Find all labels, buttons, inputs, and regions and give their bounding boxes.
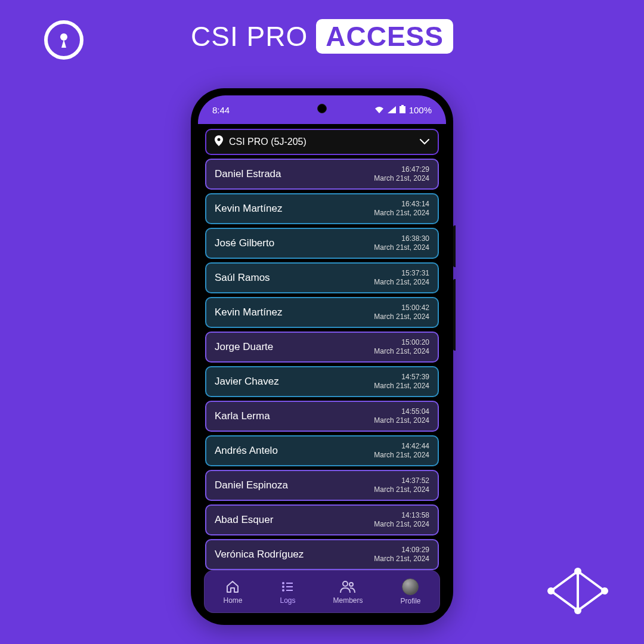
log-row[interactable]: Kevin Martínez15:00:42March 21st, 2024 <box>205 297 439 328</box>
people-icon <box>340 579 355 595</box>
nav-label: Logs <box>280 596 295 605</box>
nav-logs[interactable]: Logs <box>280 579 295 605</box>
log-date: March 21st, 2024 <box>374 174 429 183</box>
log-row[interactable]: Karla Lerma14:55:04March 21st, 2024 <box>205 401 439 432</box>
signal-icon <box>388 105 396 115</box>
battery-label: 100% <box>409 105 432 115</box>
log-time: 15:37:31 <box>374 269 429 278</box>
log-meta: 14:37:52March 21st, 2024 <box>374 476 429 494</box>
log-time: 16:47:29 <box>374 165 429 174</box>
log-row[interactable]: Verónica Rodríguez14:09:29March 21st, 20… <box>205 539 439 570</box>
log-name: Saúl Ramos <box>215 272 270 284</box>
nav-home[interactable]: Home <box>223 579 242 605</box>
log-row[interactable]: José Gilberto16:38:30March 21st, 2024 <box>205 228 439 259</box>
log-date: March 21st, 2024 <box>374 451 429 460</box>
pin-icon <box>215 135 223 148</box>
svg-rect-12 <box>286 586 293 587</box>
logs-list[interactable]: Daniel Estrada16:47:29March 21st, 2024Ke… <box>198 159 446 570</box>
code-logo-icon <box>545 564 611 620</box>
log-meta: 15:00:42March 21st, 2024 <box>374 304 429 321</box>
chevron-down-icon <box>420 137 429 147</box>
log-name: Abad Esquer <box>215 514 273 526</box>
log-date: March 21st, 2024 <box>374 555 429 564</box>
log-date: March 21st, 2024 <box>374 278 429 287</box>
log-name: Andrés Antelo <box>215 445 278 457</box>
header-title-b: ACCESS <box>316 19 453 54</box>
bottom-nav: HomeLogsMembersProfile <box>204 570 440 613</box>
log-meta: 14:57:39March 21st, 2024 <box>374 373 429 391</box>
svg-rect-7 <box>401 105 404 106</box>
log-row[interactable]: Daniel Estrada16:47:29March 21st, 2024 <box>205 159 439 190</box>
log-meta: 16:47:29March 21st, 2024 <box>374 165 429 183</box>
nav-label: Home <box>223 596 242 605</box>
log-meta: 14:55:04March 21st, 2024 <box>374 407 429 425</box>
log-name: Karla Lerma <box>215 410 270 422</box>
log-name: Daniel Espinoza <box>215 479 288 491</box>
log-date: March 21st, 2024 <box>374 382 429 391</box>
camera-hole <box>317 104 327 113</box>
log-meta: 14:13:58March 21st, 2024 <box>374 511 429 529</box>
log-row[interactable]: Jorge Duarte15:00:20March 21st, 2024 <box>205 332 439 363</box>
log-row[interactable]: Abad Esquer14:13:58March 21st, 2024 <box>205 504 439 535</box>
log-time: 14:13:58 <box>374 511 429 520</box>
log-time: 15:00:20 <box>374 338 429 347</box>
battery-icon <box>400 105 405 115</box>
log-meta: 15:37:31March 21st, 2024 <box>374 269 429 287</box>
log-row[interactable]: Kevin Martínez16:43:14March 21st, 2024 <box>205 193 439 224</box>
log-date: March 21st, 2024 <box>374 520 429 529</box>
svg-point-9 <box>282 586 284 588</box>
log-time: 14:09:29 <box>374 546 429 555</box>
log-name: Jorge Duarte <box>215 341 273 353</box>
log-meta: 16:38:30March 21st, 2024 <box>374 234 429 252</box>
phone-side-button <box>453 279 456 351</box>
log-date: March 21st, 2024 <box>374 243 429 252</box>
log-meta: 14:42:44March 21st, 2024 <box>374 442 429 460</box>
log-date: March 21st, 2024 <box>374 209 429 218</box>
phone-side-button <box>453 225 456 267</box>
log-time: 14:42:44 <box>374 442 429 451</box>
log-time: 14:37:52 <box>374 476 429 485</box>
log-name: Kevin Martínez <box>215 306 282 318</box>
svg-point-8 <box>282 582 284 584</box>
nav-label: Profile <box>400 597 420 605</box>
log-name: Verónica Rodríguez <box>215 549 304 561</box>
phone-frame: 8:44 100% CSI PRO (5J-205) <box>191 88 453 625</box>
log-time: 14:57:39 <box>374 373 429 382</box>
list-icon <box>280 579 295 595</box>
svg-point-10 <box>282 589 284 592</box>
log-meta: 14:09:29March 21st, 2024 <box>374 546 429 564</box>
log-name: José Gilberto <box>215 237 274 249</box>
home-icon <box>225 579 240 595</box>
location-dropdown[interactable]: CSI PRO (5J-205) <box>205 129 439 155</box>
log-name: Javier Chavez <box>215 376 279 388</box>
log-date: March 21st, 2024 <box>374 485 429 494</box>
log-meta: 16:43:14March 21st, 2024 <box>374 200 429 218</box>
status-time: 8:44 <box>212 105 230 115</box>
svg-rect-6 <box>400 106 405 113</box>
log-row[interactable]: Javier Chavez14:57:39March 21st, 2024 <box>205 366 439 397</box>
avatar-icon <box>402 578 419 595</box>
log-row[interactable]: Andrés Antelo14:42:44March 21st, 2024 <box>205 435 439 466</box>
log-date: March 21st, 2024 <box>374 347 429 356</box>
svg-point-15 <box>349 583 353 586</box>
location-dropdown-label: CSI PRO (5J-205) <box>229 137 414 147</box>
nav-label: Members <box>333 596 363 605</box>
app-header: CSI PRO ACCESS <box>0 19 644 54</box>
log-name: Kevin Martínez <box>215 203 282 215</box>
log-name: Daniel Estrada <box>215 168 281 180</box>
log-time: 16:43:14 <box>374 200 429 209</box>
log-row[interactable]: Daniel Espinoza14:37:52March 21st, 2024 <box>205 470 439 501</box>
log-time: 14:55:04 <box>374 407 429 416</box>
svg-rect-13 <box>286 590 293 591</box>
nav-members[interactable]: Members <box>333 579 363 605</box>
svg-point-14 <box>343 581 348 586</box>
log-date: March 21st, 2024 <box>374 312 429 321</box>
header-title-a: CSI PRO <box>191 20 308 52</box>
svg-rect-11 <box>286 583 293 584</box>
log-row[interactable]: Saúl Ramos15:37:31March 21st, 2024 <box>205 262 439 293</box>
log-time: 16:38:30 <box>374 234 429 243</box>
log-meta: 15:00:20March 21st, 2024 <box>374 338 429 356</box>
nav-profile[interactable]: Profile <box>400 578 420 605</box>
log-date: March 21st, 2024 <box>374 416 429 425</box>
wifi-icon <box>374 105 384 115</box>
